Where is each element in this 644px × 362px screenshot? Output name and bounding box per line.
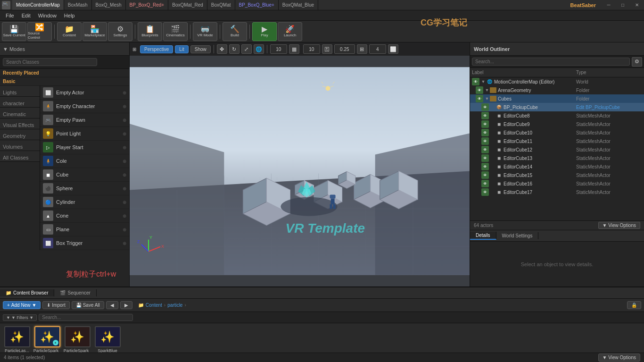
- asset-particle-spark-blue[interactable]: ✨ + ParticleSpark_Blue: [33, 326, 61, 353]
- visibility-icon[interactable]: 👁: [481, 171, 489, 179]
- settings-button[interactable]: ⚙ Settings: [108, 22, 132, 41]
- add-new-button[interactable]: + Add New ▼: [3, 301, 41, 309]
- menu-window[interactable]: Window: [34, 12, 60, 19]
- visibility-icon[interactable]: 👁: [481, 129, 489, 136]
- geometry-label[interactable]: Geometry: [0, 129, 40, 140]
- tab-bp-boxq-red[interactable]: BP_BoxQ_Red+: [126, 0, 169, 10]
- class-player-start[interactable]: ▷ Player Start ⊕: [40, 141, 129, 154]
- class-empty-character[interactable]: 🧍 Empty Character ⊕: [40, 100, 129, 113]
- class-point-light[interactable]: 💡 Point Light ⊕: [40, 127, 129, 141]
- tree-item-cube14[interactable]: 👁 ◼ EditorCube14 StaticMeshActor: [470, 162, 644, 171]
- details-tab[interactable]: Details: [470, 232, 496, 240]
- play-button[interactable]: ▶ Play: [252, 22, 277, 41]
- minimize-button[interactable]: ─: [602, 0, 616, 10]
- tree-item-arena[interactable]: 👁 ▼ ArenaGeometry Folder: [470, 86, 644, 94]
- angle-value[interactable]: [303, 44, 320, 54]
- menu-edit[interactable]: Edit: [18, 12, 34, 19]
- search-filter-input[interactable]: [39, 314, 133, 321]
- level-value[interactable]: [369, 44, 386, 54]
- visibility-icon[interactable]: 👁: [481, 103, 489, 111]
- source-control-button[interactable]: 🔀 Source Control: [27, 22, 52, 41]
- menu-help[interactable]: Help: [60, 12, 79, 19]
- path-particle[interactable]: particle: [167, 303, 182, 308]
- visibility-icon[interactable]: 👁: [476, 86, 483, 94]
- tab-boxqmat-red[interactable]: BoxQMat_Red: [168, 0, 207, 10]
- save-all-button[interactable]: 💾 Save All: [72, 301, 104, 309]
- viewport[interactable]: ⊞ Perspective Lit Show ✤ ↻ ⤢ 🌐 ▦ ⚿ ⊞ ⬜: [130, 42, 470, 286]
- content-browser-tab[interactable]: 📁 Content Browser: [0, 289, 54, 296]
- scale-icon-2[interactable]: ⊞: [357, 44, 367, 54]
- tree-item-cube12[interactable]: 👁 ◼ EditorCube12 StaticMeshActor: [470, 145, 644, 154]
- visibility-icon[interactable]: 👁: [481, 112, 489, 119]
- outliner-settings-icon[interactable]: ⚙: [632, 57, 642, 67]
- tab-boxqmat-blue[interactable]: BoxQMat_Blue: [279, 0, 318, 10]
- filters-button[interactable]: ▼ ▼ Filters ▼: [3, 314, 37, 321]
- lights-label[interactable]: Lights: [0, 86, 40, 97]
- close-button[interactable]: ✕: [630, 0, 644, 10]
- volumes-label[interactable]: Volumes: [0, 140, 40, 151]
- tab-motion-controller[interactable]: MotionControllerMap: [12, 0, 64, 10]
- view-options-button[interactable]: ▼ View Options: [598, 222, 640, 229]
- tree-item-cube11[interactable]: 👁 ◼ EditorCube11 StaticMeshActor: [470, 137, 644, 145]
- lock-button[interactable]: 🔒: [627, 301, 641, 309]
- class-cube[interactable]: ◼ Cube ⊕: [40, 168, 129, 182]
- show-button[interactable]: Show: [190, 45, 211, 53]
- cinematics-button[interactable]: 🎬 Cinematics: [163, 22, 188, 41]
- forward-button[interactable]: ▶: [120, 301, 132, 309]
- save-current-button[interactable]: 💾 Save Current: [2, 22, 26, 41]
- import-button[interactable]: ⬇ Import: [42, 301, 69, 309]
- tree-item-cube17[interactable]: 👁 ◼ EditorCube17 StaticMeshActor: [470, 188, 644, 196]
- perspective-button[interactable]: Perspective: [140, 45, 173, 53]
- menu-file[interactable]: File: [2, 12, 18, 19]
- translate-icon[interactable]: ✤: [217, 44, 227, 54]
- tab-bp-boxq-blue[interactable]: BP_BoxQ_Blue+: [235, 0, 279, 10]
- visibility-icon[interactable]: 👁: [481, 163, 489, 170]
- class-cole[interactable]: 🧍 Cole ⊕: [40, 154, 129, 168]
- tab-boxmash[interactable]: BoxMash: [64, 0, 92, 10]
- lit-button[interactable]: Lit: [175, 45, 189, 53]
- tree-item-cube9[interactable]: 👁 ◼ EditorCube9 StaticMeshActor: [470, 120, 644, 128]
- back-button[interactable]: ◀: [106, 301, 118, 309]
- angle-icon[interactable]: ⚿: [322, 44, 332, 54]
- grid-value[interactable]: [270, 44, 287, 54]
- tree-item-root[interactable]: 👁 ▼ 🌐 MotionControllerMap (Editor) World: [470, 77, 644, 86]
- class-box-trigger[interactable]: ⬜ Box Trigger ⊕: [40, 236, 129, 250]
- visibility-icon[interactable]: 👁: [476, 95, 483, 102]
- visibility-icon[interactable]: 👁: [481, 146, 489, 153]
- visibility-icon[interactable]: 👁: [481, 180, 489, 187]
- tree-item-cube8[interactable]: 👁 ◼ EditorCube8 StaticMeshActor: [470, 111, 644, 120]
- tree-item-cube16[interactable]: 👁 ◼ EditorCube16 StaticMeshActor: [470, 179, 644, 188]
- asset-particle-laser[interactable]: ✨ ParticleLas...: [3, 326, 31, 353]
- grid-icon[interactable]: ▦: [289, 44, 299, 54]
- class-cone[interactable]: ▲ Cone ⊕: [40, 209, 129, 223]
- character-label[interactable]: character: [0, 97, 40, 108]
- view-options-btn[interactable]: ▼ View Options: [598, 354, 640, 362]
- vr-mode-button[interactable]: 🥽 VR Mode: [193, 22, 217, 41]
- visual-effects-label[interactable]: Visual Effects: [0, 118, 40, 129]
- class-empty-actor[interactable]: ⬜ Empty Actor ⊕: [40, 86, 129, 100]
- minimize-vp-icon[interactable]: ⬜: [388, 44, 398, 54]
- tab-boxq-mesh[interactable]: BoxQ_Mesh: [92, 0, 126, 10]
- visibility-icon[interactable]: 👁: [472, 78, 479, 85]
- cinematic-label[interactable]: Cinematic: [0, 108, 40, 118]
- outliner-search-input[interactable]: [472, 58, 630, 66]
- maximize-button[interactable]: □: [616, 0, 630, 10]
- blueprints-button[interactable]: 📋 Blueprints: [138, 22, 162, 41]
- marketplace-button[interactable]: 🏪 Marketplace: [83, 22, 107, 41]
- content-button[interactable]: 📁 Content: [57, 22, 82, 41]
- rotate-icon[interactable]: ↻: [229, 44, 239, 54]
- visibility-icon[interactable]: 👁: [481, 188, 489, 196]
- all-classes-label[interactable]: All Classes: [0, 151, 40, 162]
- asset-particle-spark-red[interactable]: ✨ ParticleSpark_red: [63, 326, 91, 353]
- tab-boxqmat[interactable]: BoxQMat: [207, 0, 235, 10]
- class-cylinder[interactable]: 🔵 Cylinder ⊕: [40, 195, 129, 209]
- path-content[interactable]: Content: [146, 303, 162, 308]
- class-plane[interactable]: ▭ Plane ⊕: [40, 223, 129, 236]
- build-button[interactable]: 🔨 Build: [223, 22, 247, 41]
- tree-item-cubes[interactable]: 👁 ▼ Cubes Folder: [470, 94, 644, 103]
- tree-item-cube10[interactable]: 👁 ◼ EditorCube10 StaticMeshActor: [470, 128, 644, 137]
- tree-item-cube13[interactable]: 👁 ◼ EditorCube13 StaticMeshActor: [470, 154, 644, 162]
- asset-spark-blue[interactable]: ✨ SparkBlue: [93, 326, 122, 353]
- tree-item-bp-pickup[interactable]: 👁 📦 BP_PickupCube Edit BP_PickupCube: [470, 103, 644, 111]
- visibility-icon[interactable]: 👁: [481, 137, 489, 145]
